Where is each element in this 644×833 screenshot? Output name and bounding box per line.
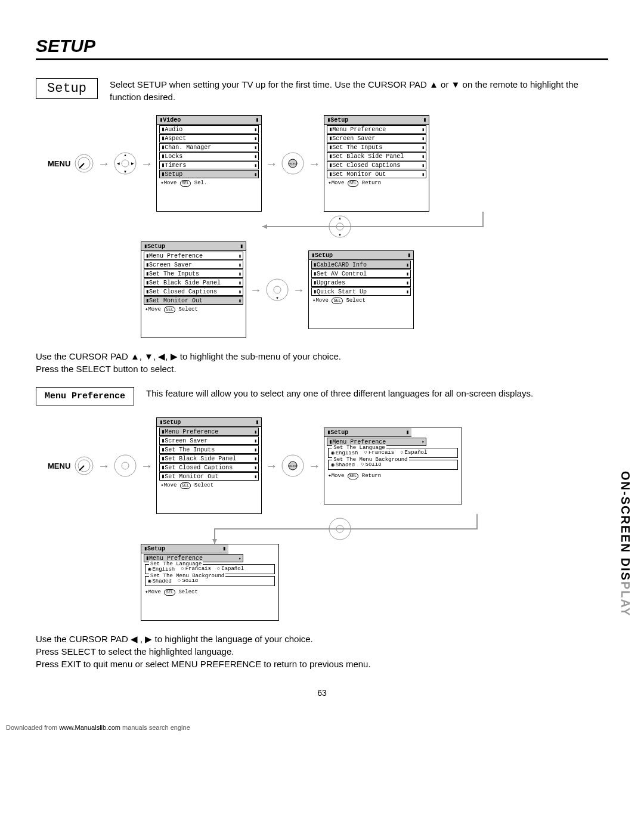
svg-text:▲: ▲ <box>123 153 127 157</box>
dpad-icon <box>328 517 352 541</box>
svg-text:SELECT: SELECT <box>289 162 298 165</box>
osd-setup-menu-2: ▮Setup▮▮Menu Preference▮▮Screen Saver▮▮S… <box>141 241 246 338</box>
svg-text:▲: ▲ <box>338 216 342 220</box>
arrow-right-icon: → <box>141 157 153 171</box>
osd-lang-menu: ▮Setup▮▮Menu Preference▸Set The Language… <box>324 428 462 504</box>
dpad-select-icon: SELECT <box>281 454 305 478</box>
svg-marker-28 <box>212 539 217 544</box>
footer-link[interactable]: www.Manualslib.com <box>59 724 120 731</box>
menu-label: MENU <box>48 159 70 168</box>
menu-label: MENU <box>48 462 70 470</box>
setup-instructions: Use the CURSOR PAD ▲, ▼, ◀, ▶ to highlig… <box>36 350 608 375</box>
osd-lang-menu-2: ▮Setup▮▮Menu Preference▸Set The Language… <box>141 544 279 621</box>
menu-pref-box: Menu Preference <box>36 387 134 405</box>
svg-text:▼: ▼ <box>275 296 279 300</box>
dpad-icon: ▼ <box>265 278 289 302</box>
dpad-select-icon: SELECT <box>281 151 305 175</box>
svg-point-18 <box>274 286 281 293</box>
menu-pref-description: This feature will allow you to select an… <box>146 387 608 400</box>
menupref-instructions: Use the CURSOR PAD ◀ , ▶ to highlight th… <box>36 633 608 670</box>
osd-main-menu: ▮Video▮▮Audio▮▮Aspect▮▮Chan. Manager▮▮Lo… <box>156 115 262 212</box>
osd-menupref-a: ▮Setup▮▮Menu Preference▮▮Screen Saver▮▮S… <box>156 417 262 514</box>
svg-point-29 <box>329 518 351 540</box>
arrow-right-icon: → <box>308 459 320 473</box>
svg-text:▶: ▶ <box>131 162 134 165</box>
svg-point-23 <box>114 455 136 476</box>
svg-point-30 <box>336 525 343 532</box>
arrow-right-icon: → <box>265 459 277 473</box>
arrow-right-icon: → <box>293 283 305 297</box>
setup-description: Select SETUP when setting your TV up for… <box>110 78 608 103</box>
arrow-right-icon: → <box>98 459 110 473</box>
svg-marker-12 <box>262 224 267 229</box>
osd-setup-menu-3: ▮Setup▮▮CableCARD Info▮▮Set AV Control▮▮… <box>308 250 414 329</box>
setup-box: Setup <box>36 78 98 99</box>
arrow-right-icon: → <box>250 283 262 297</box>
svg-text:▼: ▼ <box>338 233 342 237</box>
svg-text:◀: ◀ <box>117 162 120 165</box>
dpad-icon: ▲▼◀▶ <box>113 151 137 175</box>
arrow-right-icon: → <box>308 157 320 171</box>
osd-setup-menu-1: ▮Setup▮▮Menu Preference▮▮Screen Saver▮▮S… <box>324 115 429 212</box>
side-tab: ON-SCREEN DISPLAY <box>618 471 632 617</box>
page-heading: SETUP <box>36 36 608 60</box>
dpad-icon: ▲▼ <box>328 215 352 239</box>
arrow-right-icon: → <box>265 157 277 171</box>
svg-line-2 <box>79 163 84 168</box>
svg-point-24 <box>122 462 129 469</box>
svg-text:SELECT: SELECT <box>289 465 298 467</box>
knob-icon <box>74 153 94 174</box>
dpad-icon <box>113 454 137 478</box>
arrow-right-icon: → <box>141 459 153 473</box>
page-number: 63 <box>36 688 608 698</box>
arrow-right-icon: → <box>98 157 110 171</box>
svg-point-4 <box>122 160 129 167</box>
svg-line-22 <box>79 466 84 470</box>
svg-point-14 <box>336 223 343 230</box>
svg-text:▼: ▼ <box>123 170 127 174</box>
footer: Downloaded from www.Manualslib.com manua… <box>0 721 644 733</box>
knob-icon <box>74 456 94 476</box>
